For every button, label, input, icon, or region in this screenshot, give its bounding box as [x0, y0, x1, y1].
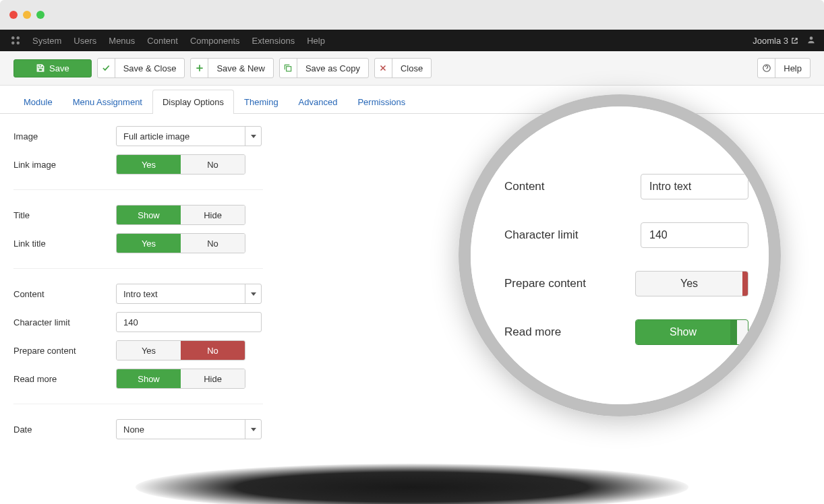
title-label: Title [13, 210, 116, 220]
maximize-window-icon[interactable] [36, 11, 45, 19]
save-button[interactable]: Save [13, 59, 92, 77]
zoom-highlight: Content Intro text Character limit 140 P… [459, 94, 781, 416]
divider [13, 189, 263, 190]
prepare-yes[interactable]: Yes [117, 341, 181, 360]
divider [13, 404, 263, 404]
mag-prepare-label: Prepare content [504, 277, 635, 290]
tab-advanced[interactable]: Advanced [289, 90, 348, 114]
menu-content[interactable]: Content [147, 36, 178, 46]
macos-titlebar [0, 0, 824, 30]
mag-readmore-edge [730, 320, 737, 344]
image-label: Image [13, 131, 116, 141]
chevron-down-icon [245, 420, 261, 439]
tab-module[interactable]: Module [13, 90, 63, 114]
mag-prepare-no[interactable] [742, 272, 748, 296]
tab-theming[interactable]: Theming [234, 90, 289, 114]
svg-rect-5 [287, 67, 291, 71]
mag-readmore-label: Read more [504, 325, 635, 339]
chevron-down-icon [245, 284, 261, 303]
save-copy-label: Save as Copy [297, 59, 368, 77]
content-select[interactable]: Intro text [116, 284, 262, 304]
char-limit-label: Character limit [13, 317, 116, 327]
mag-charlimit-label: Character limit [504, 228, 641, 242]
mag-prepare-toggle[interactable]: Yes [635, 271, 748, 296]
date-label: Date [13, 424, 116, 435]
tab-menu-assignment[interactable]: Menu Assignment [63, 90, 152, 114]
menu-system[interactable]: System [32, 36, 61, 46]
save-close-button[interactable]: Save & Close [97, 58, 185, 78]
menu-help[interactable]: Help [307, 36, 325, 46]
chevron-down-icon [245, 127, 261, 146]
date-select-value: None [117, 420, 245, 439]
menu-menus[interactable]: Menus [109, 36, 135, 46]
save-close-label: Save & Close [115, 59, 185, 77]
prepare-no[interactable]: No [181, 341, 245, 360]
mag-content-select[interactable]: Intro text [641, 174, 748, 199]
svg-point-1 [17, 36, 20, 40]
link-image-label: Link image [13, 160, 116, 170]
site-link[interactable]: Joomla 3 [753, 36, 798, 46]
mag-prepare-yes[interactable]: Yes [636, 272, 742, 296]
action-toolbar: Save Save & Close Save & New Save as Cop… [0, 51, 824, 86]
svg-point-4 [810, 36, 813, 40]
prepare-content-label: Prepare content [13, 346, 116, 356]
read-more-show[interactable]: Show [117, 369, 181, 388]
save-copy-button[interactable]: Save as Copy [279, 58, 369, 78]
char-limit-input[interactable]: 140 [116, 312, 262, 332]
close-label: Close [392, 59, 431, 77]
content-select-value: Intro text [117, 284, 245, 303]
prepare-content-toggle[interactable]: Yes No [116, 340, 245, 360]
svg-point-3 [17, 42, 20, 45]
svg-point-0 [11, 36, 15, 40]
divider [13, 268, 263, 269]
tab-display-options[interactable]: Display Options [152, 90, 234, 114]
link-title-toggle[interactable]: Yes No [116, 233, 245, 253]
link-title-yes[interactable]: Yes [117, 234, 181, 253]
menu-users[interactable]: Users [73, 36, 96, 46]
help-icon [758, 59, 775, 77]
link-title-no[interactable]: No [181, 234, 245, 253]
close-button[interactable]: Close [374, 58, 432, 78]
mag-content-label: Content [504, 180, 641, 193]
app-window: System Users Menus Content Components Ex… [0, 0, 824, 504]
help-button[interactable]: Help [757, 58, 811, 78]
save-icon [36, 63, 45, 73]
read-more-label: Read more [13, 374, 116, 384]
title-toggle[interactable]: Show Hide [116, 205, 245, 225]
admin-menubar: System Users Menus Content Components Ex… [0, 30, 824, 51]
read-more-toggle[interactable]: Show Hide [116, 369, 245, 389]
image-select-value: Full article image [117, 127, 245, 146]
check-icon [98, 59, 115, 77]
link-image-toggle[interactable]: Yes No [116, 154, 245, 175]
copy-icon [280, 59, 297, 77]
close-window-icon[interactable] [9, 11, 18, 19]
title-show[interactable]: Show [117, 206, 181, 224]
user-icon[interactable] [806, 35, 816, 46]
image-select[interactable]: Full article image [116, 126, 262, 146]
tab-permissions[interactable]: Permissions [347, 90, 415, 114]
save-new-button[interactable]: Save & New [190, 58, 274, 78]
svg-point-2 [11, 42, 15, 45]
plus-icon [191, 59, 208, 77]
link-title-label: Link title [13, 239, 116, 249]
menu-extensions[interactable]: Extensions [252, 36, 295, 46]
joomla-logo-icon [8, 33, 23, 48]
date-select[interactable]: None [116, 419, 262, 439]
mag-charlimit-input[interactable]: 140 [641, 222, 748, 248]
mag-readmore-toggle[interactable]: Show [635, 319, 748, 345]
save-new-label: Save & New [208, 59, 273, 77]
config-tabs: Module Menu Assignment Display Options T… [0, 90, 824, 114]
minimize-window-icon[interactable] [23, 11, 31, 19]
content-label: Content [13, 289, 116, 299]
title-hide[interactable]: Hide [181, 206, 245, 224]
help-label: Help [775, 59, 810, 77]
mag-readmore-show[interactable]: Show [636, 320, 730, 344]
read-more-hide[interactable]: Hide [181, 369, 245, 388]
menu-components[interactable]: Components [190, 36, 240, 46]
close-icon [375, 59, 392, 77]
link-image-no[interactable]: No [181, 155, 245, 174]
link-image-yes[interactable]: Yes [117, 155, 181, 174]
save-label: Save [49, 63, 69, 73]
